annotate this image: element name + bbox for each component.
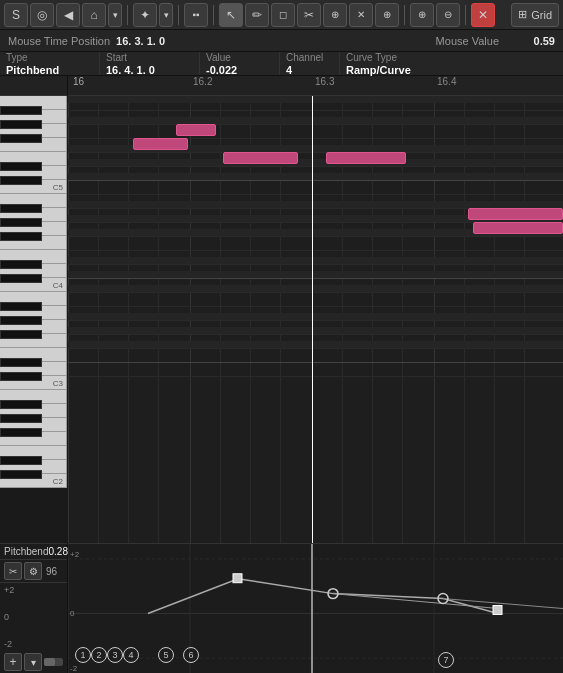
- note-1[interactable]: [133, 138, 188, 150]
- event-value-header: Value: [206, 52, 273, 64]
- piano-black-key[interactable]: [0, 274, 42, 283]
- piano-black-key[interactable]: [0, 162, 42, 171]
- callout-5: 5: [158, 647, 174, 663]
- grid-icon: ⊞: [518, 8, 527, 21]
- svg-text:+2: +2: [70, 550, 80, 559]
- tb-select-button[interactable]: ↖: [219, 3, 243, 27]
- black-key-row-13: [68, 327, 563, 334]
- tb-dropdown2-button[interactable]: ▾: [159, 3, 173, 27]
- callout-3: 3: [107, 647, 123, 663]
- h-line-11: [68, 250, 563, 251]
- pb-title: Pitchbend: [4, 546, 48, 557]
- h-line-4: [68, 152, 563, 153]
- mouse-time-label: Mouse Time Position: [8, 35, 116, 47]
- h-line-14: [68, 292, 563, 293]
- piano-black-key[interactable]: [0, 456, 42, 465]
- tb-circle-button[interactable]: ◎: [30, 3, 54, 27]
- piano-black-key[interactable]: [0, 176, 42, 185]
- tb-sep1: [127, 5, 128, 25]
- h-line-16: [68, 320, 563, 321]
- pitchbend-graph[interactable]: 0 +2 -2 1 2 3 4 5 6 7: [68, 543, 563, 673]
- black-key-row-9: [68, 257, 563, 264]
- svg-rect-11: [233, 574, 242, 583]
- piano-black-key[interactable]: [0, 414, 42, 423]
- piano-black-key[interactable]: [0, 232, 42, 241]
- infobar: Mouse Time Position 16. 3. 1. 0 Mouse Va…: [0, 30, 563, 52]
- ruler-mark-16_2: 16.2: [190, 76, 212, 87]
- tb-mute-button[interactable]: ▪▪: [184, 3, 208, 27]
- piano-black-key[interactable]: [0, 204, 42, 213]
- piano-black-key[interactable]: [0, 302, 42, 311]
- piano-black-key[interactable]: [0, 400, 42, 409]
- note-grid[interactable]: [68, 96, 563, 543]
- pb-scale: +2 0 -2: [0, 583, 67, 651]
- black-key-row-2: [68, 117, 563, 124]
- tb-back-button[interactable]: ◀: [56, 3, 80, 27]
- note-5[interactable]: [468, 208, 563, 220]
- tb-sep2: [178, 5, 179, 25]
- event-channel-col: Channel 4: [280, 52, 340, 75]
- event-type-col: Type Pitchbend: [0, 52, 100, 75]
- piano-ruler-spacer: [0, 76, 67, 96]
- pb-graph-svg: 0 +2 -2: [68, 544, 563, 673]
- piano-black-key[interactable]: [0, 428, 42, 437]
- pb-add-btn[interactable]: +: [4, 653, 22, 671]
- pb-gear-btn[interactable]: ⚙: [24, 562, 42, 580]
- piano-black-key[interactable]: [0, 330, 42, 339]
- event-channel-val: 4: [286, 64, 333, 76]
- grid-label: Grid: [531, 9, 552, 21]
- tb-scissors-button[interactable]: ✂: [297, 3, 321, 27]
- piano-black-key[interactable]: [0, 372, 42, 381]
- piano-black-key[interactable]: [0, 218, 42, 227]
- pb-value-display: 0.28: [48, 546, 67, 557]
- pb-plus2-label: +2: [4, 585, 63, 595]
- tb-zoomout-button[interactable]: ⊖: [436, 3, 460, 27]
- svg-rect-14: [493, 606, 502, 615]
- event-type-header: Type: [6, 52, 93, 64]
- tb-glue-button[interactable]: ⊕: [323, 3, 347, 27]
- tb-zoomin-button[interactable]: ⊕: [410, 3, 434, 27]
- piano-black-key[interactable]: [0, 470, 42, 479]
- event-value-col: Value -0.022: [200, 52, 280, 75]
- note-3[interactable]: [223, 152, 298, 164]
- pb-down-btn[interactable]: ▾: [24, 653, 42, 671]
- tb-grid-button[interactable]: ⊞ Grid: [511, 3, 559, 27]
- event-start-val: 16. 4. 1. 0: [106, 64, 193, 76]
- piano-black-key[interactable]: [0, 134, 42, 143]
- h-line-2: [68, 124, 563, 125]
- grid-bg: [68, 96, 563, 543]
- tb-s-button[interactable]: S: [4, 3, 28, 27]
- tb-pencil-button[interactable]: ✏: [245, 3, 269, 27]
- ruler-mark-16: 16: [70, 76, 84, 87]
- toolbar: S ◎ ◀ ⌂ ▾ ✦ ▾ ▪▪ ↖ ✏ ◻ ✂ ⊕ ✕ ⊕ ⊕ ⊖ ✕ ⊞ G…: [0, 0, 563, 30]
- ruler-mark-16_3: 16.3: [312, 76, 334, 87]
- piano-black-key[interactable]: [0, 316, 42, 325]
- note-6[interactable]: [473, 222, 563, 234]
- tb-transform-button[interactable]: ✦: [133, 3, 157, 27]
- pb-scissors-btn[interactable]: ✂: [4, 562, 22, 580]
- note-2[interactable]: [176, 124, 216, 136]
- tb-zoomsel-button[interactable]: ⊕: [375, 3, 399, 27]
- piano-black-key[interactable]: [0, 358, 42, 367]
- event-start-header: Start: [106, 52, 193, 64]
- black-key-row-6: [68, 201, 563, 208]
- piano-keys: C5 C4 C3: [0, 96, 68, 543]
- black-key-row-11: [68, 285, 563, 292]
- h-line-12: [68, 264, 563, 265]
- svg-text:-2: -2: [70, 664, 78, 673]
- tb-dropdown1-button[interactable]: ▾: [108, 3, 122, 27]
- callout-7: 7: [438, 652, 454, 668]
- pb-mini-scroll[interactable]: [44, 658, 63, 666]
- piano-black-key[interactable]: [0, 120, 42, 129]
- callout-1: 1: [75, 647, 91, 663]
- note-4[interactable]: [326, 152, 406, 164]
- h-line-17: [68, 334, 563, 335]
- note-ruler: 16 16.2 16.3 16.4: [68, 76, 563, 96]
- tb-house-button[interactable]: ⌂: [82, 3, 106, 27]
- tb-close-button[interactable]: ✕: [471, 3, 495, 27]
- tb-eraser-button[interactable]: ◻: [271, 3, 295, 27]
- tb-mute2-button[interactable]: ✕: [349, 3, 373, 27]
- piano-black-key[interactable]: [0, 106, 42, 115]
- event-type-val: Pitchbend: [6, 64, 93, 76]
- piano-black-key[interactable]: [0, 260, 42, 269]
